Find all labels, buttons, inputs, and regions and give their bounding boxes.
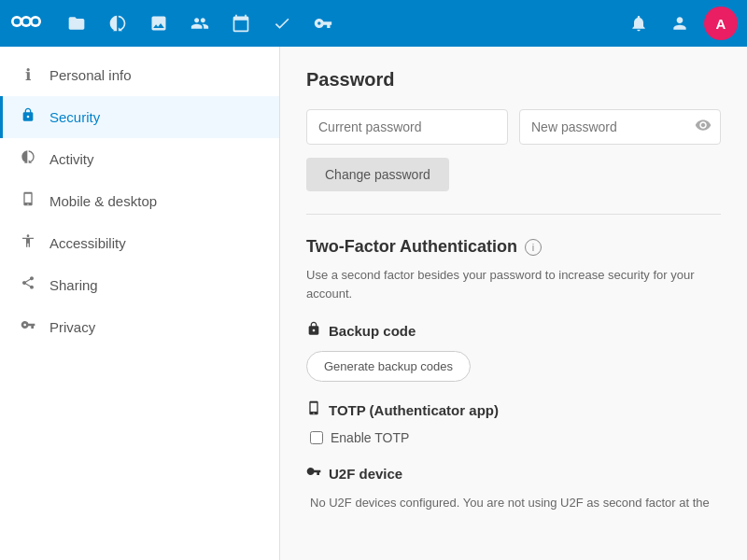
activity-icon <box>18 149 38 169</box>
photos-nav-icon[interactable] <box>142 7 176 40</box>
backup-lock-icon <box>306 321 321 340</box>
svg-point-5 <box>33 19 39 25</box>
section-divider <box>306 214 721 215</box>
sidebar-label-sharing: Sharing <box>49 277 98 293</box>
tfa-title: Two-Factor Authentication <box>306 237 517 257</box>
new-password-input[interactable] <box>519 109 721 145</box>
current-password-input[interactable] <box>306 109 508 145</box>
accessibility-icon <box>18 233 38 253</box>
sidebar-item-accessibility[interactable]: Accessibility <box>0 222 279 264</box>
u2f-title-label: U2F device <box>329 466 402 482</box>
password-inputs-row <box>306 109 721 145</box>
sidebar-item-mobile-desktop[interactable]: Mobile & desktop <box>0 180 279 222</box>
user-nav-icon[interactable] <box>663 7 697 40</box>
sidebar-item-sharing[interactable]: Sharing <box>0 264 279 306</box>
sidebar-label-personal-info: Personal info <box>49 67 132 83</box>
main-content: Password Change password Two-Factor Auth… <box>280 47 747 560</box>
tfa-description: Use a second factor besides your passwor… <box>306 266 721 302</box>
logo-icon <box>9 12 43 31</box>
enable-totp-label[interactable]: Enable TOTP <box>310 430 721 445</box>
enable-totp-text: Enable TOTP <box>331 430 409 445</box>
sharing-icon <box>18 275 38 295</box>
u2f-title-row: U2F device <box>306 464 721 483</box>
layout: ℹ Personal info Security Activity Mobile… <box>0 47 747 560</box>
contacts-nav-icon[interactable] <box>183 7 217 40</box>
key-nav-icon[interactable] <box>306 7 340 40</box>
user-avatar[interactable]: A <box>704 7 738 40</box>
notifications-icon[interactable] <box>622 7 655 40</box>
logo[interactable] <box>9 12 43 35</box>
tasks-nav-icon[interactable] <box>265 7 299 40</box>
sidebar-label-activity: Activity <box>49 151 94 167</box>
mobile-icon <box>18 191 38 211</box>
svg-point-4 <box>23 19 30 25</box>
tfa-info-icon[interactable]: i <box>525 239 542 256</box>
u2f-section: U2F device No U2F devices configured. Yo… <box>306 464 721 512</box>
sidebar-label-security: Security <box>49 109 100 125</box>
sidebar-label-privacy: Privacy <box>49 319 95 335</box>
totp-icon <box>306 400 321 419</box>
calendar-nav-icon[interactable] <box>224 7 258 40</box>
totp-title-label: TOTP (Authenticator app) <box>329 402 499 418</box>
backup-code-label: Backup code <box>329 323 416 339</box>
privacy-icon <box>18 317 38 337</box>
files-nav-icon[interactable] <box>60 7 93 40</box>
backup-code-title-row: Backup code <box>306 321 721 340</box>
sidebar-label-accessibility: Accessibility <box>49 235 126 251</box>
sidebar: ℹ Personal info Security Activity Mobile… <box>0 47 280 560</box>
sidebar-item-security[interactable]: Security <box>0 96 279 138</box>
totp-title-row: TOTP (Authenticator app) <box>306 400 721 419</box>
new-password-wrap <box>519 109 721 145</box>
enable-totp-checkbox[interactable] <box>310 431 323 444</box>
lock-icon <box>18 107 38 127</box>
u2f-icon <box>306 464 321 483</box>
u2f-description: No U2F devices configured. You are not u… <box>310 494 721 512</box>
sidebar-item-activity[interactable]: Activity <box>0 138 279 180</box>
topnav: A <box>0 0 747 47</box>
backup-code-section: Backup code Generate backup codes <box>306 321 721 382</box>
totp-section: TOTP (Authenticator app) Enable TOTP <box>306 400 721 445</box>
password-title: Password <box>306 69 721 91</box>
info-icon: ℹ <box>18 65 38 85</box>
toggle-password-icon[interactable] <box>695 117 712 137</box>
sidebar-item-privacy[interactable]: Privacy <box>0 306 279 348</box>
svg-point-3 <box>14 19 21 25</box>
sidebar-label-mobile: Mobile & desktop <box>49 193 157 209</box>
change-password-button[interactable]: Change password <box>306 158 449 191</box>
current-password-wrap <box>306 109 508 145</box>
activity-nav-icon[interactable] <box>101 7 134 40</box>
sidebar-item-personal-info[interactable]: ℹ Personal info <box>0 54 279 96</box>
generate-backup-codes-button[interactable]: Generate backup codes <box>306 351 471 382</box>
tfa-header: Two-Factor Authentication i <box>306 237 721 257</box>
